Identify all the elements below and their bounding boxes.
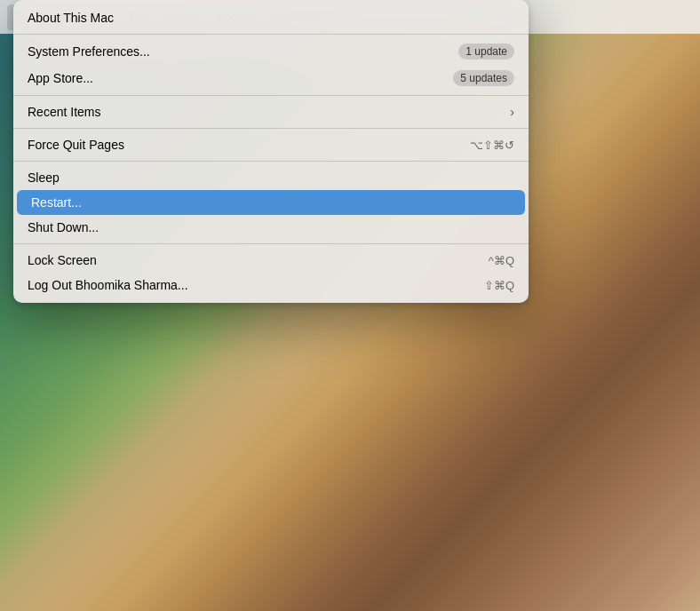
menu-item-recent-items[interactable]: Recent Items › [13, 99, 529, 124]
menu-item-about[interactable]: About This Mac [13, 5, 529, 30]
menu-item-log-out[interactable]: Log Out Bhoomika Sharma... ⇧⌘Q [13, 273, 529, 298]
separator-2 [13, 95, 529, 96]
separator-1 [13, 34, 529, 35]
menu-item-shut-down[interactable]: Shut Down... [13, 215, 529, 240]
menu-item-force-quit[interactable]: Force Quit Pages ⌥⇧⌘↺ [13, 132, 529, 157]
app-store-badge: 5 updates [453, 70, 514, 86]
menu-item-restart[interactable]: Restart... [17, 190, 525, 215]
recent-items-arrow-icon: › [510, 105, 514, 119]
separator-4 [13, 161, 529, 162]
menu-item-system-prefs[interactable]: System Preferences... 1 update [13, 38, 529, 65]
separator-5 [13, 243, 529, 244]
menu-item-app-store[interactable]: App Store... 5 updates [13, 65, 529, 91]
log-out-shortcut: ⇧⌘Q [484, 279, 514, 292]
apple-dropdown-menu: About This Mac System Preferences... 1 u… [13, 0, 529, 303]
lock-screen-shortcut: ^⌘Q [489, 254, 514, 267]
menu-item-sleep[interactable]: Sleep [13, 165, 529, 190]
system-prefs-badge: 1 update [458, 44, 514, 60]
force-quit-shortcut: ⌥⇧⌘↺ [470, 139, 514, 152]
separator-3 [13, 128, 529, 129]
menu-item-lock-screen[interactable]: Lock Screen ^⌘Q [13, 248, 529, 273]
